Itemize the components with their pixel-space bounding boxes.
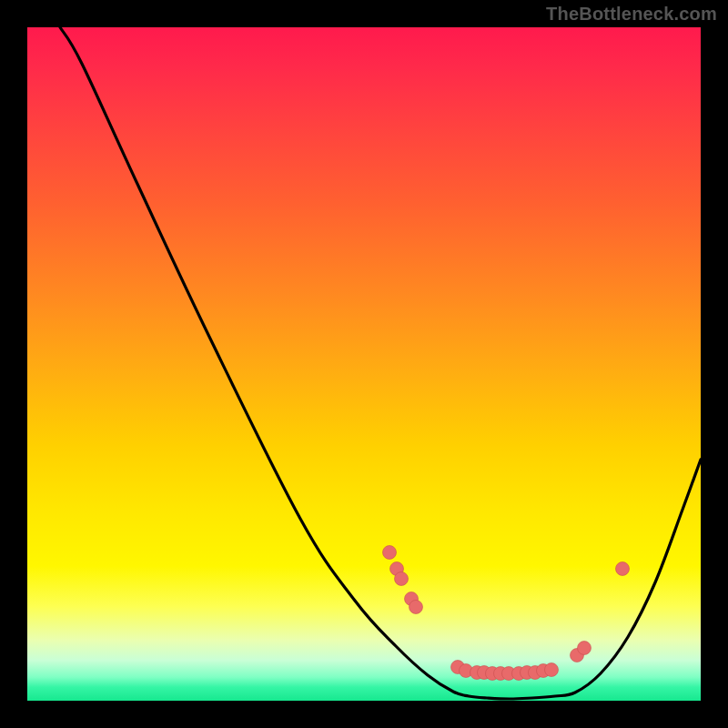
data-marker <box>578 642 592 655</box>
data-marker <box>383 546 397 560</box>
chart-plot-area <box>27 27 701 701</box>
data-marker <box>395 572 409 586</box>
chart-svg <box>27 27 701 701</box>
marker-group <box>383 546 630 681</box>
watermark-text: TheBottleneck.com <box>546 4 717 25</box>
data-marker <box>616 562 630 576</box>
bottleneck-curve <box>60 27 701 699</box>
data-marker <box>410 601 423 614</box>
data-marker <box>545 663 559 677</box>
